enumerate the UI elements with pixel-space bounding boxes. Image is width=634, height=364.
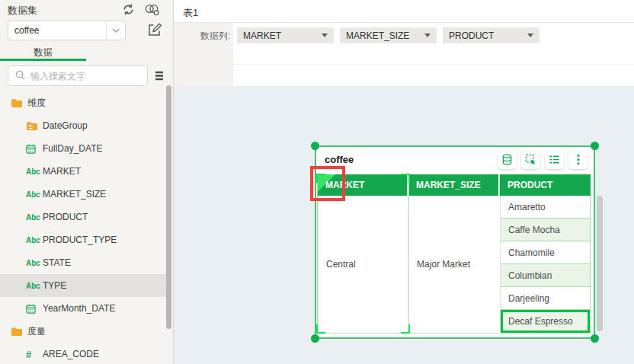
main-area: 表1 数据列: MARKET MARKET_SIZE PRODUCT — [174, 0, 634, 364]
dataset-sidebar: 数据集 coffee 数据 — [0, 0, 174, 364]
table-header-row: MARKET MARKET_SIZE PRODUCT — [318, 174, 591, 196]
cell-product[interactable]: Caffe Mocha — [501, 219, 590, 241]
resize-handle-top-left[interactable] — [311, 142, 319, 150]
dataset-panel-title: 数据集 — [8, 4, 37, 18]
dashboard-canvas[interactable]: coffee — [174, 86, 634, 364]
abc-text-icon: Abc — [26, 236, 43, 244]
resize-handle-top-right[interactable] — [591, 142, 599, 150]
cell-product[interactable]: Columbian — [501, 264, 590, 287]
cell-product-selected[interactable]: Decaf Espresso — [501, 310, 590, 333]
sidebar-scrollbar[interactable] — [166, 85, 171, 329]
field-search-box[interactable] — [8, 65, 148, 86]
sidebar-item-market-size[interactable]: Abc MARKET_SIZE — [0, 183, 166, 206]
calendar-icon — [26, 304, 43, 314]
folder-label: 度量 — [27, 325, 46, 338]
abc-text-icon: Abc — [26, 168, 43, 176]
select-area-icon — [525, 154, 536, 168]
sheet-tab-bar: 表1 — [174, 0, 634, 23]
chevron-down-icon[interactable] — [106, 21, 125, 40]
cell-product[interactable]: Darjeeling — [501, 287, 590, 310]
data-columns-label: 数据列: — [174, 23, 233, 86]
table-header-market-size[interactable]: MARKET_SIZE — [408, 174, 500, 196]
sidebar-item-state[interactable]: Abc STATE — [0, 251, 166, 274]
edit-icon — [147, 28, 162, 40]
dataset-select[interactable]: coffee — [8, 21, 126, 40]
data-columns-area: MARKET MARKET_SIZE PRODUCT — [233, 23, 634, 86]
chevron-down-icon — [322, 34, 328, 37]
chevron-down-icon — [424, 34, 431, 37]
sidebar-item-product[interactable]: Abc PRODUCT — [0, 206, 166, 228]
sidebar-folder-measures[interactable]: 度量 — [0, 320, 166, 343]
column-pill-market[interactable]: MARKET — [237, 27, 334, 43]
detail-table-button[interactable] — [545, 152, 564, 169]
cell-product[interactable]: Amaretto — [501, 196, 590, 219]
abc-text-icon: Abc — [26, 259, 43, 267]
column-pill-label: MARKET — [243, 30, 281, 41]
sheet-tab[interactable]: 表1 — [183, 6, 198, 20]
folder-label: 维度 — [27, 97, 46, 110]
table-widget[interactable]: coffee — [315, 145, 595, 339]
column-pill-product[interactable]: PRODUCT — [443, 27, 540, 43]
detail-table-icon — [549, 154, 560, 168]
refresh-icon[interactable] — [122, 3, 135, 18]
resize-handle-bottom-left[interactable] — [311, 334, 319, 343]
column-pill-label: MARKET_SIZE — [346, 30, 409, 41]
result-table: MARKET MARKET_SIZE PRODUCT Central Majo — [318, 174, 591, 334]
widget-toolbar — [493, 152, 588, 169]
field-label: STATE — [43, 257, 71, 268]
more-options-button[interactable] — [568, 152, 588, 169]
field-label: DateGroup — [43, 120, 88, 131]
select-area-button[interactable] — [521, 152, 540, 169]
sidebar-item-area-code[interactable]: # AREA_CODE — [0, 343, 166, 364]
product-column: Amaretto Caffe Mocha Chamomile Columbian… — [501, 196, 591, 333]
field-tree: 维度 DateGroup FullDay_DATE Abc MARKET Abc — [0, 91, 166, 364]
column-pill-label: PRODUCT — [449, 30, 494, 41]
sidebar-item-fullday-date[interactable]: FullDay_DATE — [0, 137, 166, 160]
divider — [233, 64, 634, 65]
app-root: 数据集 coffee 数据 — [0, 0, 634, 364]
data-column-binding-bar: 数据列: MARKET MARKET_SIZE PRODUCT — [174, 23, 634, 86]
widget-scrollbar[interactable] — [597, 196, 603, 331]
field-label: FullDay_DATE — [43, 143, 102, 154]
sidebar-item-dategroup[interactable]: DateGroup — [0, 114, 166, 137]
column-pill-market-size[interactable]: MARKET_SIZE — [340, 27, 437, 43]
table-header-product[interactable]: PRODUCT — [500, 174, 591, 196]
data-source-button[interactable] — [498, 152, 517, 169]
dataset-select-value: coffee — [8, 25, 106, 36]
cell-market-size-major[interactable]: Major Market — [409, 196, 501, 333]
field-label: PRODUCT — [43, 212, 88, 222]
field-label: YearMonth_DATE — [43, 303, 115, 314]
cell-market-central[interactable]: Central — [319, 196, 409, 333]
abc-text-icon: Abc — [26, 282, 43, 290]
abc-text-icon: Abc — [26, 190, 43, 199]
sidebar-folder-dimensions[interactable]: 维度 — [0, 91, 166, 114]
abc-text-icon: Abc — [26, 213, 43, 222]
sidebar-item-type[interactable]: Abc TYPE — [0, 274, 166, 297]
field-list-menu-icon[interactable] — [155, 71, 164, 83]
search-icon — [14, 69, 26, 83]
sidebar-item-product-type[interactable]: Abc PRODUCT_TYPE — [0, 228, 166, 251]
folder-icon — [11, 327, 27, 337]
search-input[interactable] — [30, 71, 141, 81]
widget-title: coffee — [325, 154, 354, 165]
sidebar-header: 数据集 — [0, 0, 174, 18]
field-label: TYPE — [43, 280, 66, 291]
resize-handle-bottom-right[interactable] — [591, 334, 599, 343]
sidebar-item-yearmonth-date[interactable]: YearMonth_DATE — [0, 297, 166, 320]
cell-product[interactable]: Chamomile — [501, 241, 590, 264]
table-header-market[interactable]: MARKET — [318, 174, 408, 196]
field-label: AREA_CODE — [43, 349, 99, 359]
field-label: MARKET_SIZE — [43, 189, 106, 200]
table-widget-card: coffee — [316, 147, 594, 337]
kebab-menu-icon — [577, 154, 580, 168]
date-group-icon — [26, 121, 43, 131]
chevron-down-icon — [527, 34, 533, 37]
calendar-icon — [26, 144, 43, 154]
field-label: MARKET — [43, 166, 81, 177]
folder-icon — [11, 98, 27, 108]
sidebar-item-market[interactable]: Abc MARKET — [0, 160, 166, 183]
database-icon — [501, 154, 513, 168]
association-icon[interactable] — [144, 4, 160, 18]
number-icon: # — [26, 349, 43, 360]
edit-dataset-button[interactable] — [146, 22, 163, 39]
